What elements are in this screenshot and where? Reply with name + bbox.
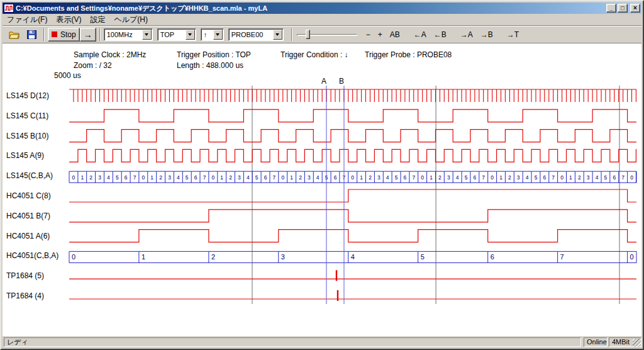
zoom-out-button[interactable]: − bbox=[362, 28, 374, 42]
goto-a-left-button[interactable]: ←A bbox=[410, 28, 430, 42]
goto-b-right-button[interactable]: →B bbox=[477, 28, 497, 42]
goto-trigger-button[interactable]: →T bbox=[503, 28, 523, 42]
app-window: C:¥Documents and Settings¥noname¥デスクトップ¥… bbox=[0, 0, 644, 350]
trigger-edge-combobox[interactable]: ↑ bbox=[201, 28, 224, 41]
minimize-button[interactable]: _ bbox=[606, 4, 616, 13]
run-button[interactable]: → bbox=[80, 28, 96, 42]
floppy-icon bbox=[27, 30, 36, 39]
chevron-down-icon bbox=[188, 33, 192, 38]
dropdown-button[interactable] bbox=[186, 30, 195, 40]
app-icon bbox=[4, 4, 14, 13]
zoom-slider-thumb[interactable] bbox=[306, 30, 310, 39]
open-folder-icon bbox=[9, 30, 19, 39]
statusbar: レディ Online 4MBit bbox=[3, 336, 641, 347]
menu-file[interactable]: ファイル(F) bbox=[3, 13, 52, 26]
status-ready: レディ bbox=[4, 337, 581, 347]
goto-b-left-button[interactable]: ←B bbox=[430, 28, 450, 42]
resize-grip-icon[interactable] bbox=[633, 339, 641, 347]
waveform-client-area bbox=[3, 43, 641, 336]
menu-settings[interactable]: 設定 bbox=[86, 13, 109, 26]
dropdown-button[interactable] bbox=[273, 30, 282, 40]
zoom-in-button[interactable]: + bbox=[374, 28, 386, 42]
titlebar[interactable]: C:¥Documents and Settings¥noname¥デスクトップ¥… bbox=[3, 3, 641, 14]
ab-range-button[interactable]: AB bbox=[386, 28, 404, 42]
chevron-down-icon bbox=[275, 33, 279, 38]
trigger-position-value: TOP bbox=[160, 31, 184, 38]
menu-help[interactable]: ヘルプ(H) bbox=[109, 13, 152, 26]
dropdown-button[interactable] bbox=[142, 30, 152, 40]
zoom-slider[interactable] bbox=[297, 28, 357, 41]
window-title: C:¥Documents and Settings¥noname¥デスクトップ¥… bbox=[16, 4, 605, 13]
menu-view[interactable]: 表示(V) bbox=[52, 13, 86, 26]
toolbar-separator bbox=[99, 28, 101, 41]
toolbar-separator bbox=[43, 28, 45, 41]
chevron-down-icon bbox=[145, 33, 148, 38]
chevron-down-icon bbox=[216, 33, 219, 38]
probe-value: PROBE00 bbox=[231, 31, 272, 38]
status-online: Online bbox=[584, 337, 608, 347]
goto-a-right-button[interactable]: →A bbox=[457, 28, 477, 42]
stop-icon bbox=[52, 31, 57, 37]
toolbar-separator bbox=[291, 28, 292, 41]
save-button[interactable] bbox=[23, 28, 40, 42]
run-arrow-icon: → bbox=[84, 30, 92, 40]
trigger-edge-value: ↑ bbox=[204, 31, 212, 38]
toolbar: Stop → 100MHz TOP ↑ PROBE00 − + AB bbox=[3, 25, 641, 43]
open-file-button[interactable] bbox=[5, 28, 23, 42]
close-button[interactable]: × bbox=[630, 4, 640, 13]
sample-clock-combobox[interactable]: 100MHz bbox=[104, 28, 153, 41]
maximize-button[interactable]: □ bbox=[618, 4, 628, 13]
stop-button-label: Stop bbox=[60, 30, 76, 39]
dropdown-button[interactable] bbox=[213, 30, 223, 40]
sample-clock-value: 100MHz bbox=[107, 31, 141, 38]
trigger-position-combobox[interactable]: TOP bbox=[157, 28, 196, 41]
menubar: ファイル(F) 表示(V) 設定 ヘルプ(H) bbox=[3, 14, 641, 25]
probe-combobox[interactable]: PROBE00 bbox=[228, 28, 284, 41]
stop-button[interactable]: Stop bbox=[48, 28, 80, 42]
